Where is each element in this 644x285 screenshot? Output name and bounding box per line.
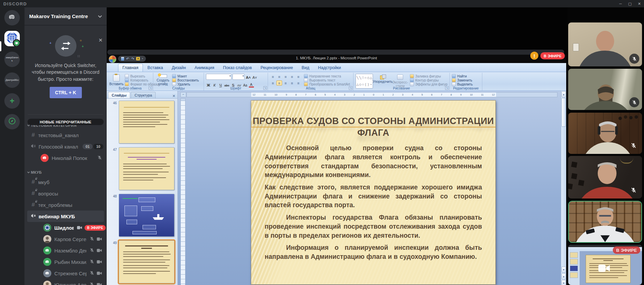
pane-tab-bar: Слайды Структура ✕ [107, 91, 177, 99]
pane-tab-outline[interactable]: Структура [131, 92, 156, 98]
participant-row[interactable]: Юдинцев Алек... [24, 279, 107, 285]
participant-row[interactable]: Шидлов... В ЭФИРЕ [24, 222, 107, 233]
quick-styles-button[interactable]: Экспресс-стили [392, 74, 408, 86]
server-icon-makarov[interactable] [4, 31, 20, 46]
slide-thumbnail-49-selected[interactable]: 49 [107, 240, 177, 283]
channel-tech-problems[interactable]: # тех_проблемы [24, 199, 107, 211]
layout-button[interactable]: Макет [172, 74, 199, 78]
select-button[interactable]: Выделить [452, 82, 473, 86]
smartart-button[interactable]: Преобразовать в SmartArt [304, 82, 350, 86]
discord-logo: DISCORD [3, 1, 27, 6]
vertical-scrollbar[interactable]: ▲ ▼ ▲ ▼ [561, 91, 566, 285]
close-pane-icon[interactable]: ✕ [172, 94, 175, 98]
scroll-up-button[interactable]: ▲ [561, 91, 566, 97]
line-spacing-button[interactable]: ≡ [296, 74, 301, 79]
slide-thumbnail-46[interactable]: 46 [107, 101, 177, 144]
channel-voprosy[interactable]: # вопросы [24, 188, 107, 199]
delete-slide-button[interactable]: Удалить [172, 82, 199, 86]
grow-font-button[interactable]: A˄ [246, 74, 251, 79]
add-server-button[interactable]: + [4, 93, 20, 109]
video-tile-participant-4[interactable] [568, 156, 642, 198]
align-right-button[interactable]: ≡ [283, 80, 288, 86]
text-direction-button[interactable]: Направление текста [304, 74, 350, 78]
align-text-button[interactable]: Выровнять текст [304, 78, 350, 82]
category-mkub[interactable]: МКУБ [24, 168, 107, 176]
server-avatar-2[interactable]: ДмитрийБо [4, 72, 20, 88]
justify-button[interactable]: ≡ [289, 80, 295, 86]
channel-label: Голосовой канал [39, 144, 78, 150]
participant-row[interactable]: Рыбин Михаил [24, 256, 107, 268]
dialog-launcher-icon[interactable]: ↘ [263, 86, 267, 90]
minimize-button[interactable]: ─ [616, 0, 625, 7]
voice-user-row[interactable]: Николай Попок [24, 152, 107, 164]
tab-vstavka[interactable]: Вставка [144, 64, 167, 72]
channel-webinar-mkub-selected[interactable]: вебинар МКУБ [27, 211, 104, 222]
explore-servers-button[interactable] [4, 114, 20, 129]
shape-outline-button[interactable]: Контур фигуры [410, 78, 447, 82]
camera-icon [97, 259, 102, 265]
maximize-button[interactable]: ▢ [625, 0, 635, 7]
previous-slide-button[interactable]: ▲ [561, 273, 566, 279]
slide-canvas[interactable]: ПРОВЕРКА СУДОВ СО СТОРОНЫ АДМИНИСТРАЦИИ … [251, 100, 496, 285]
video-tile-screenshare-preview[interactable]: В ЭФИРЕ [568, 245, 642, 285]
text-direction-icon [304, 74, 308, 78]
tab-vid[interactable]: Вид [298, 64, 313, 72]
slide-thumbnail-47[interactable]: 47 [107, 147, 177, 190]
shrink-font-button[interactable]: A˅ [252, 74, 257, 79]
channel-mkub[interactable]: # мкуб [24, 176, 107, 188]
voice-user-count: 01 10 [83, 144, 103, 149]
discord-home-button[interactable] [4, 10, 20, 25]
slide-thumbnail-48[interactable]: 48 [107, 194, 177, 237]
close-button[interactable]: ✕ [635, 0, 644, 7]
participant-row[interactable]: Назембло Денис [24, 245, 107, 256]
sparkle-icon: + [82, 45, 84, 48]
server-header[interactable]: Makarov Training Centre [24, 7, 107, 25]
align-left-button[interactable]: ≡ [270, 80, 276, 86]
dialog-launcher-icon[interactable]: ↘ [445, 86, 449, 90]
shape-effects-button[interactable]: Эффекты для фигур [410, 82, 447, 86]
reset-button[interactable]: Восстановить [172, 78, 199, 82]
font-size-combobox[interactable] [232, 74, 245, 80]
scroll-down-button[interactable]: ▼ [561, 267, 566, 273]
video-tile-participant-2[interactable] [568, 69, 642, 110]
tab-nadstroyki[interactable]: Надстройки [314, 64, 345, 72]
numbering-button[interactable]: ≡ [276, 74, 282, 79]
channel-voice[interactable]: Голосовой канал 01 10 [24, 141, 107, 152]
columns-button[interactable]: ≡ [296, 80, 301, 86]
next-slide-button[interactable]: ▼ [561, 280, 566, 285]
align-center-button[interactable]: ≡ [276, 80, 282, 86]
dialog-launcher-icon[interactable]: ↘ [149, 86, 152, 90]
video-tile-speaker[interactable] [568, 201, 642, 243]
tab-glavnaya[interactable]: Главная [118, 64, 143, 72]
tab-animatsiya[interactable]: Анимация [191, 64, 218, 72]
slide-editing-area[interactable]: ⌐ 1211109876543210123456789101112 ПРОВЕР… [178, 91, 561, 285]
server-avatar-1[interactable]: имирЕвгень [4, 52, 20, 67]
dialog-launcher-icon[interactable]: ↘ [349, 86, 353, 90]
replace-button[interactable]: Заменить [452, 78, 473, 82]
scrollbar-thumb[interactable] [561, 98, 566, 127]
video-tile-participant-3[interactable] [568, 113, 642, 154]
group-label: Абзац [268, 87, 353, 90]
ctrl-k-shortcut-button[interactable]: CTRL + K [50, 87, 82, 98]
channel-text[interactable]: # текстовый_канал [24, 129, 107, 141]
paste-button[interactable]: Вставить [109, 74, 123, 86]
channel-label: вопросы [38, 191, 58, 196]
group-label: Буфер обмена [107, 87, 153, 90]
increase-indent-button[interactable]: ≡ [289, 74, 295, 79]
bullets-button[interactable]: ≡ [270, 74, 276, 79]
decrease-indent-button[interactable]: ≡ [283, 74, 288, 79]
find-button[interactable]: Найти [452, 74, 473, 78]
shape-fill-button[interactable]: Заливка фигуры [410, 74, 447, 78]
tab-retsenzirovanie[interactable]: Рецензирование [257, 64, 297, 72]
video-tile-participant-1[interactable] [568, 22, 642, 66]
participant-row[interactable]: Карпов Сергей [24, 233, 107, 245]
tab-pokaz-slaydov[interactable]: Показ слайдов [219, 64, 256, 72]
arrange-button[interactable]: Упорядочить [375, 74, 390, 86]
new-slide-button[interactable]: Создать слайд [155, 74, 171, 86]
new-unread-pill[interactable]: НОВЫЕ НЕПРОЧИТАННЫЕ [28, 119, 104, 125]
tab-dizayn[interactable]: Дизайн [168, 64, 190, 72]
pane-tab-slides[interactable]: Слайды [108, 92, 130, 98]
participant-row[interactable]: Стрежнев Серг... [24, 268, 107, 279]
close-icon[interactable]: ✕ [98, 37, 103, 43]
font-name-combobox[interactable] [206, 74, 231, 80]
